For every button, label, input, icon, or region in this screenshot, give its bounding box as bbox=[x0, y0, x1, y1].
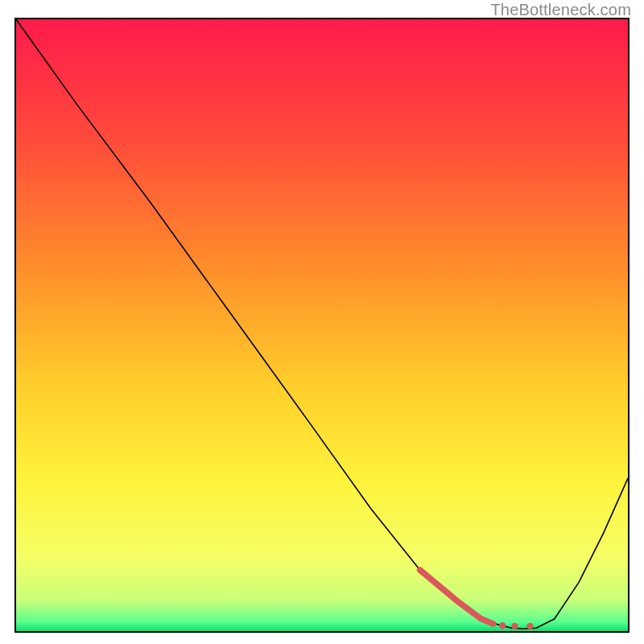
chart-highlight-dot bbox=[499, 622, 506, 629]
watermark-text: TheBottleneck.com bbox=[490, 1, 631, 19]
chart-background-gradient bbox=[16, 19, 628, 631]
chart-highlight-dot bbox=[511, 623, 518, 630]
chart-svg bbox=[16, 19, 628, 631]
chart-plot-area bbox=[14, 18, 630, 633]
chart-highlight-dot bbox=[526, 623, 533, 630]
chart-highlight-dots bbox=[499, 622, 534, 630]
